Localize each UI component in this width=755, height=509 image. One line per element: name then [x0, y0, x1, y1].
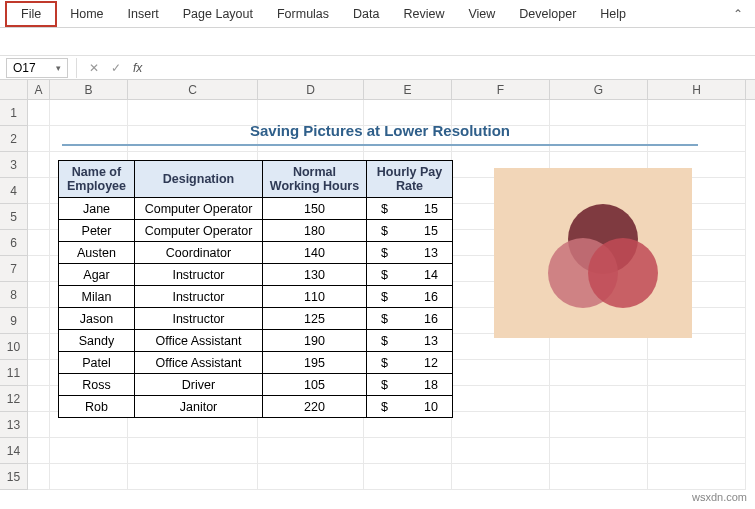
cell-name[interactable]: Jane: [59, 198, 135, 220]
row-header[interactable]: 1: [0, 100, 28, 126]
cell[interactable]: [550, 438, 648, 464]
cell-name[interactable]: Patel: [59, 352, 135, 374]
cell-hours[interactable]: 190: [263, 330, 367, 352]
cell-designation[interactable]: Computer Operator: [135, 198, 263, 220]
col-header-a[interactable]: A: [28, 80, 50, 99]
cell-rate[interactable]: $16: [367, 308, 453, 330]
cell[interactable]: [28, 256, 50, 282]
row-header[interactable]: 6: [0, 230, 28, 256]
row-header[interactable]: 3: [0, 152, 28, 178]
cell[interactable]: [50, 464, 128, 490]
cell[interactable]: [648, 386, 746, 412]
name-box-dropdown-icon[interactable]: ▾: [56, 63, 61, 73]
tab-insert[interactable]: Insert: [116, 1, 171, 27]
cell-designation[interactable]: Office Assistant: [135, 330, 263, 352]
cell[interactable]: [28, 178, 50, 204]
select-all-corner[interactable]: [0, 80, 28, 99]
formula-input[interactable]: [148, 58, 755, 78]
row-header[interactable]: 9: [0, 308, 28, 334]
col-header-f[interactable]: F: [452, 80, 550, 99]
cell[interactable]: [364, 464, 452, 490]
header-hours[interactable]: Normal Working Hours: [263, 161, 367, 198]
cell-name[interactable]: Milan: [59, 286, 135, 308]
name-box[interactable]: O17 ▾: [6, 58, 68, 78]
cell-designation[interactable]: Instructor: [135, 264, 263, 286]
cell-rate[interactable]: $12: [367, 352, 453, 374]
cell[interactable]: [28, 464, 50, 490]
cell-designation[interactable]: Janitor: [135, 396, 263, 418]
cell-name[interactable]: Agar: [59, 264, 135, 286]
col-header-e[interactable]: E: [364, 80, 452, 99]
col-header-g[interactable]: G: [550, 80, 648, 99]
cell-rate[interactable]: $14: [367, 264, 453, 286]
cell-rate[interactable]: $13: [367, 330, 453, 352]
tab-page-layout[interactable]: Page Layout: [171, 1, 265, 27]
cell[interactable]: [648, 360, 746, 386]
cell[interactable]: [648, 438, 746, 464]
row-header[interactable]: 5: [0, 204, 28, 230]
header-rate[interactable]: Hourly Pay Rate: [367, 161, 453, 198]
embedded-picture[interactable]: [494, 168, 692, 338]
cell[interactable]: [28, 100, 50, 126]
cell-hours[interactable]: 110: [263, 286, 367, 308]
cell[interactable]: [128, 464, 258, 490]
cell-rate[interactable]: $15: [367, 220, 453, 242]
cell-rate[interactable]: $10: [367, 396, 453, 418]
header-designation[interactable]: Designation: [135, 161, 263, 198]
cell-hours[interactable]: 130: [263, 264, 367, 286]
cell[interactable]: [452, 464, 550, 490]
cell[interactable]: [28, 334, 50, 360]
ribbon-collapse-icon[interactable]: ⌃: [725, 7, 751, 21]
row-header[interactable]: 2: [0, 126, 28, 152]
cell[interactable]: [28, 308, 50, 334]
cell[interactable]: [28, 386, 50, 412]
cell-hours[interactable]: 150: [263, 198, 367, 220]
cell-name[interactable]: Rob: [59, 396, 135, 418]
cell[interactable]: [550, 360, 648, 386]
cell-designation[interactable]: Computer Operator: [135, 220, 263, 242]
cell[interactable]: [452, 412, 550, 438]
cell-name[interactable]: Jason: [59, 308, 135, 330]
cell-designation[interactable]: Coordinator: [135, 242, 263, 264]
cell[interactable]: [28, 360, 50, 386]
row-header[interactable]: 14: [0, 438, 28, 464]
tab-view[interactable]: View: [456, 1, 507, 27]
col-header-c[interactable]: C: [128, 80, 258, 99]
header-name[interactable]: Name of Employee: [59, 161, 135, 198]
tab-help[interactable]: Help: [588, 1, 638, 27]
cell[interactable]: [28, 204, 50, 230]
cell[interactable]: [28, 230, 50, 256]
tab-home[interactable]: Home: [58, 1, 115, 27]
cell[interactable]: [550, 412, 648, 438]
col-header-b[interactable]: B: [50, 80, 128, 99]
cell[interactable]: [28, 152, 50, 178]
cell-hours[interactable]: 140: [263, 242, 367, 264]
row-header[interactable]: 13: [0, 412, 28, 438]
row-header[interactable]: 8: [0, 282, 28, 308]
row-header[interactable]: 15: [0, 464, 28, 490]
row-header[interactable]: 4: [0, 178, 28, 204]
cell[interactable]: [128, 438, 258, 464]
row-header[interactable]: 12: [0, 386, 28, 412]
cell[interactable]: [28, 412, 50, 438]
cell[interactable]: [258, 464, 364, 490]
cell-hours[interactable]: 125: [263, 308, 367, 330]
tab-formulas[interactable]: Formulas: [265, 1, 341, 27]
cell-designation[interactable]: Instructor: [135, 286, 263, 308]
cell-name[interactable]: Sandy: [59, 330, 135, 352]
cell[interactable]: [452, 360, 550, 386]
cell-name[interactable]: Austen: [59, 242, 135, 264]
cell-designation[interactable]: Driver: [135, 374, 263, 396]
cell-hours[interactable]: 180: [263, 220, 367, 242]
cell-hours[interactable]: 105: [263, 374, 367, 396]
cell-rate[interactable]: $13: [367, 242, 453, 264]
tab-developer[interactable]: Developer: [507, 1, 588, 27]
col-header-d[interactable]: D: [258, 80, 364, 99]
row-header[interactable]: 10: [0, 334, 28, 360]
fx-icon[interactable]: fx: [127, 61, 148, 75]
cell[interactable]: [550, 386, 648, 412]
cell-designation[interactable]: Instructor: [135, 308, 263, 330]
cell[interactable]: [648, 412, 746, 438]
cell[interactable]: [28, 438, 50, 464]
cell-designation[interactable]: Office Assistant: [135, 352, 263, 374]
